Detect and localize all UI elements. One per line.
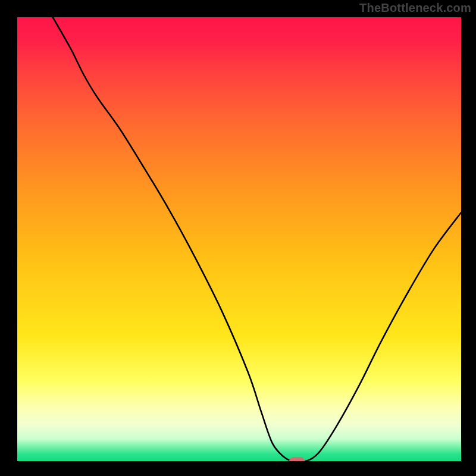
bottleneck-curve-svg [17,17,461,461]
minimum-marker [289,458,305,462]
chart-frame: TheBottleneck.com [0,0,476,476]
bottleneck-curve-path [53,17,461,461]
watermark-text: TheBottleneck.com [359,1,471,15]
plot-area [17,17,461,461]
